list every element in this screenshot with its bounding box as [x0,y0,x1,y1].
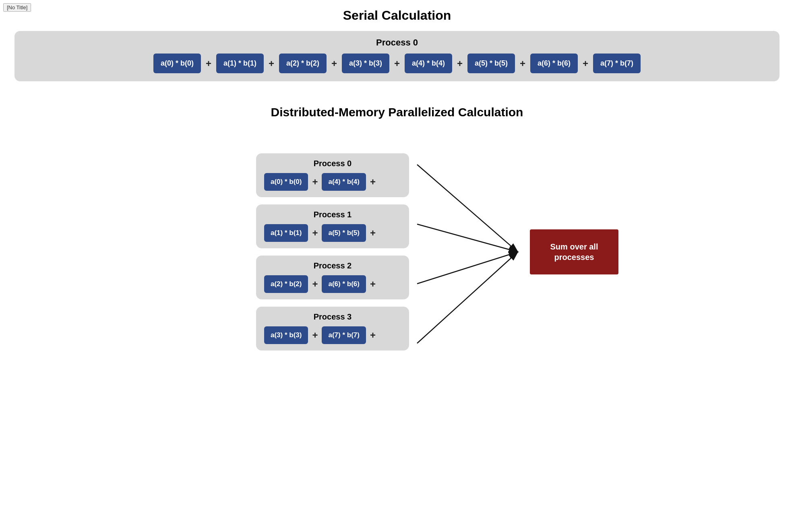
plus-sign-1: + [269,58,274,69]
plus-sign-3: + [394,58,400,69]
no-title-badge: [No Title] [3,3,31,12]
plus-sign-2: + [331,58,337,69]
svg-line-4 [417,252,518,343]
plus-sign-6: + [583,58,588,69]
p3-term-0: a(3) * b(3) [264,326,308,344]
sum-box: Sum over all processes [530,229,618,274]
p2-term-0: a(2) * b(2) [264,275,308,293]
main-title: Serial Calculation [0,0,794,23]
parallel-layout: Process 0a(0) * b(0)+a(4) * b(4)+Process… [81,135,794,369]
serial-term-4: a(4) * b(4) [405,54,452,73]
parallel-title: Distributed-Memory Parallelized Calculat… [0,105,794,119]
serial-term-3: a(3) * b(3) [342,54,389,73]
plus-sign-5: + [520,58,525,69]
p0-plus-1: + [370,176,376,188]
serial-term-6: a(6) * b(6) [530,54,578,73]
p1-plus-0: + [312,227,318,239]
process-label-3: Process 3 [264,312,401,322]
serial-term-0: a(0) * b(0) [153,54,201,73]
p1-term-1: a(5) * b(5) [322,224,366,242]
process-terms-2: a(2) * b(2)+a(6) * b(6)+ [264,275,401,293]
processes-column: Process 0a(0) * b(0)+a(4) * b(4)+Process… [256,153,409,351]
svg-line-3 [417,252,518,284]
p3-plus-0: + [312,330,318,341]
svg-line-2 [417,224,518,252]
process-box-1: Process 1a(1) * b(1)+a(5) * b(5)+ [256,204,409,248]
p0-term-0: a(0) * b(0) [264,173,308,191]
p2-term-1: a(6) * b(6) [322,275,366,293]
process-box-0: Process 0a(0) * b(0)+a(4) * b(4)+ [256,153,409,197]
serial-term-7: a(7) * b(7) [593,54,641,73]
p2-plus-1: + [370,278,376,290]
plus-sign-4: + [457,58,463,69]
process-label-1: Process 1 [264,210,401,219]
p3-plus-1: + [370,330,376,341]
process-terms-1: a(1) * b(1)+a(5) * b(5)+ [264,224,401,242]
p1-term-0: a(1) * b(1) [264,224,308,242]
svg-line-1 [417,165,518,252]
arrow-area [409,135,530,369]
process-terms-3: a(3) * b(3)+a(7) * b(7)+ [264,326,401,344]
process-terms-0: a(0) * b(0)+a(4) * b(4)+ [264,173,401,191]
serial-term-2: a(2) * b(2) [279,54,327,73]
serial-term-1: a(1) * b(1) [216,54,264,73]
p0-term-1: a(4) * b(4) [322,173,366,191]
p1-plus-1: + [370,227,376,239]
plus-sign-0: + [206,58,211,69]
serial-term-5: a(5) * b(5) [467,54,515,73]
process-label-0: Process 0 [264,159,401,168]
serial-process-label: Process 0 [24,37,770,48]
serial-section: Process 0 a(0) * b(0)+a(1) * b(1)+a(2) *… [14,31,780,81]
process-label-2: Process 2 [264,261,401,270]
serial-terms: a(0) * b(0)+a(1) * b(1)+a(2) * b(2)+a(3)… [24,54,770,73]
process-box-3: Process 3a(3) * b(3)+a(7) * b(7)+ [256,307,409,351]
process-box-2: Process 2a(2) * b(2)+a(6) * b(6)+ [256,256,409,299]
p0-plus-0: + [312,176,318,188]
p2-plus-0: + [312,278,318,290]
p3-term-1: a(7) * b(7) [322,326,366,344]
